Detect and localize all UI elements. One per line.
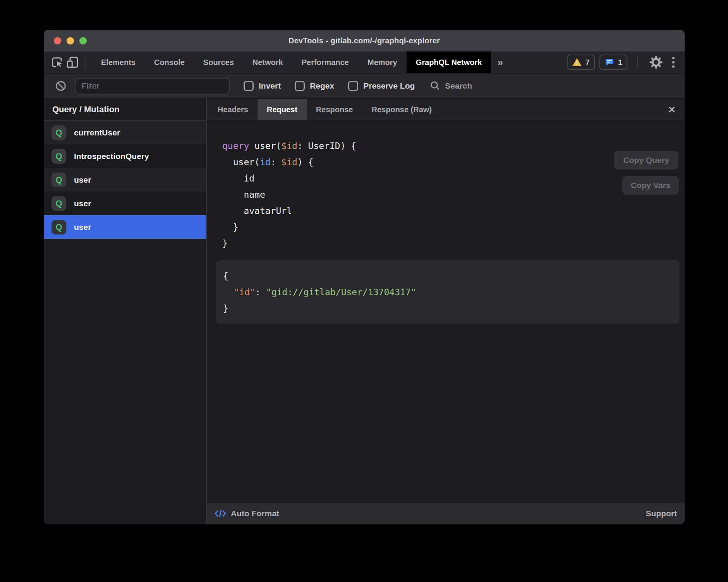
checkbox-label: Preserve Log <box>363 81 415 91</box>
close-window-button[interactable] <box>54 37 61 45</box>
query-type-badge: Q <box>52 196 66 211</box>
devtools-tab-graphql-network[interactable]: GraphQL Network <box>407 51 491 73</box>
query-list-item-user-3[interactable]: Quser <box>44 192 206 215</box>
checkbox-label: Regex <box>310 81 334 91</box>
warning-count: 7 <box>585 58 590 67</box>
title-bar: DevTools - gitlab.com/-/graphql-explorer <box>44 30 685 51</box>
toolbar-divider <box>637 56 638 68</box>
devtools-tab-elements[interactable]: Elements <box>92 51 145 73</box>
devtools-tab-sources[interactable]: Sources <box>194 51 243 73</box>
query-list-item-user-4[interactable]: Quser <box>44 215 206 239</box>
search-label: Search <box>445 81 472 91</box>
query-item-label: user <box>74 175 91 185</box>
filter-bar: InvertRegexPreserve Log Search <box>44 74 685 99</box>
query-list-item-introspectionquery-1[interactable]: QIntrospectionQuery <box>44 144 206 168</box>
more-tabs-button[interactable]: » <box>491 56 509 68</box>
traffic-lights <box>54 30 87 51</box>
devtools-tab-performance[interactable]: Performance <box>292 51 358 73</box>
checkbox-box[interactable] <box>295 81 305 91</box>
clear-icon[interactable] <box>53 78 69 94</box>
devtools-tab-bar: ElementsConsoleSourcesNetworkPerformance… <box>92 51 491 73</box>
request-variables-code: { "id": "gid://gitlab/User/13704317"} <box>216 260 680 324</box>
detail-tab-request[interactable]: Request <box>258 99 307 120</box>
panel-footer: Auto Format Support <box>207 502 685 524</box>
filter-input[interactable] <box>76 78 230 94</box>
auto-format-button[interactable]: Auto Format <box>215 509 279 518</box>
checkbox-preserve-log[interactable]: Preserve Log <box>348 81 415 91</box>
query-type-badge: Q <box>52 149 66 164</box>
checkbox-regex[interactable]: Regex <box>295 81 334 91</box>
request-detail-panel: HeadersRequestResponseResponse (Raw) que… <box>207 99 685 524</box>
warnings-badge[interactable]: 7 <box>567 55 595 70</box>
query-item-label: IntrospectionQuery <box>74 152 149 161</box>
close-icon <box>667 104 677 115</box>
detail-tab-headers[interactable]: Headers <box>208 99 258 120</box>
minimize-window-button[interactable] <box>67 37 74 45</box>
issues-badge[interactable]: 1 <box>599 55 627 70</box>
checkbox-box[interactable] <box>244 81 254 91</box>
issue-count: 1 <box>618 58 622 67</box>
detail-tab-bar: HeadersRequestResponseResponse (Raw) <box>207 99 685 121</box>
toolbar-divider <box>86 56 86 68</box>
zoom-window-button[interactable] <box>79 37 87 45</box>
auto-format-label: Auto Format <box>231 509 279 518</box>
request-view: query user($id: UserID) { user(id: $id) … <box>207 121 685 502</box>
sidebar-header: Query / Mutation <box>44 99 206 121</box>
device-toolbar-icon[interactable] <box>65 55 80 70</box>
content-area: Query / Mutation QcurrentUserQIntrospect… <box>44 99 685 524</box>
filter-checkboxes: InvertRegexPreserve Log <box>230 81 415 91</box>
close-detail-button[interactable] <box>664 99 679 120</box>
query-sidebar: Query / Mutation QcurrentUserQIntrospect… <box>44 99 207 524</box>
checkbox-label: Invert <box>259 81 281 91</box>
detail-tab-response-raw[interactable]: Response (Raw) <box>362 99 441 120</box>
query-item-label: currentUser <box>74 128 120 137</box>
support-link[interactable]: Support <box>646 509 677 518</box>
query-type-badge: Q <box>52 125 66 140</box>
copy-vars-button[interactable]: Copy Vars <box>622 176 679 195</box>
query-list-item-user-2[interactable]: Quser <box>44 168 206 192</box>
warning-icon <box>572 57 582 67</box>
search-icon <box>429 80 441 92</box>
checkbox-box[interactable] <box>348 81 358 91</box>
settings-gear-icon[interactable] <box>648 55 664 70</box>
devtools-window: DevTools - gitlab.com/-/graphql-explorer… <box>44 30 685 524</box>
inspect-element-icon[interactable] <box>49 55 65 70</box>
code-brackets-icon <box>215 509 226 518</box>
sidebar-header-label: Query / Mutation <box>52 104 120 115</box>
request-code: query user($id: UserID) { user(id: $id) … <box>207 121 685 252</box>
checkbox-invert[interactable]: Invert <box>244 81 281 91</box>
query-list-item-currentuser-0[interactable]: QcurrentUser <box>44 121 206 144</box>
chat-bubble-icon <box>604 57 615 67</box>
copy-query-button[interactable]: Copy Query <box>614 151 678 169</box>
detail-tab-response[interactable]: Response <box>307 99 362 120</box>
query-type-badge: Q <box>52 173 66 187</box>
devtools-toolbar: ElementsConsoleSourcesNetworkPerformance… <box>44 51 685 74</box>
query-item-label: user <box>74 199 91 208</box>
devtools-tab-network[interactable]: Network <box>243 51 292 73</box>
more-options-icon[interactable] <box>668 57 678 68</box>
search-toggle[interactable]: Search <box>429 80 472 92</box>
toolbar-right-cluster: 7 1 <box>567 55 685 70</box>
query-list: QcurrentUserQIntrospectionQueryQuserQuse… <box>44 121 206 239</box>
devtools-tab-memory[interactable]: Memory <box>358 51 407 73</box>
window-title: DevTools - gitlab.com/-/graphql-explorer <box>288 36 440 45</box>
devtools-tab-console[interactable]: Console <box>145 51 194 73</box>
query-item-label: user <box>74 223 91 232</box>
query-type-badge: Q <box>52 220 66 235</box>
